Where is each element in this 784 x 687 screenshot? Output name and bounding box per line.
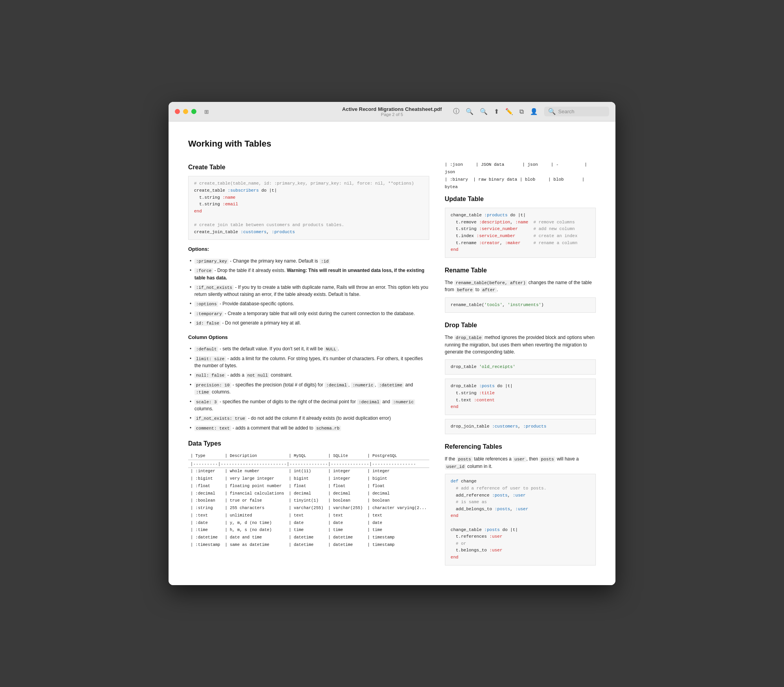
column-options-heading: Column Options: [188, 334, 429, 341]
table-row: | :text| unlimited| text| text| text: [188, 512, 429, 519]
drop-table-section: Drop Table The drop_table method ignores…: [445, 321, 596, 434]
table-row: | :float| floating point number| float| …: [188, 482, 429, 490]
search-bar[interactable]: 🔍: [544, 107, 609, 116]
list-item: :default - sets the default value. If yo…: [188, 344, 429, 354]
rename-table-desc: The rename_table(before, after) changes …: [445, 279, 596, 294]
right-column: | :json | JSON data | json | - | json | …: [445, 161, 596, 569]
list-item: if_not_exists: true - do not add the col…: [188, 413, 429, 423]
drop-table-heading: Drop Table: [445, 321, 596, 330]
drop-table-code1: drop_table 'old_receipts': [445, 359, 596, 375]
titlebar: ⊞ Active Record Migrations Cheatsheet.pd…: [169, 102, 615, 121]
referencing-section: Referencing Tables If the posts table re…: [445, 442, 596, 565]
maximize-button[interactable]: [191, 109, 196, 114]
referencing-code: def change # add a reference of user to …: [445, 474, 596, 565]
create-table-code: # create_table(table_name, id: :primary_…: [188, 176, 429, 240]
zoom-in-icon[interactable]: 🔍: [480, 108, 488, 115]
minimize-button[interactable]: [183, 109, 188, 114]
list-item: comment: text - adds a comment that will…: [188, 423, 429, 433]
rename-table-heading: Rename Table: [445, 266, 596, 275]
list-item: null: false - adds a not null constraint…: [188, 370, 429, 380]
table-row: | :datetime| date and time| datetime| da…: [188, 534, 429, 542]
referencing-desc: If the posts table references a user, th…: [445, 455, 596, 470]
update-table-code: change_table :products do |t| t.remove :…: [445, 208, 596, 258]
window: ⊞ Active Record Migrations Cheatsheet.pd…: [169, 102, 615, 585]
list-item: :force - Drop the table if it already ex…: [188, 266, 429, 283]
options-list: :primary_key - Change the primary key na…: [188, 256, 429, 328]
search-input[interactable]: [558, 109, 605, 114]
col-header-mysql: | MySQL: [287, 452, 326, 460]
list-item: :temporary - Create a temporary table th…: [188, 309, 429, 319]
list-item: :options - Provide database-specific opt…: [188, 299, 429, 309]
table-row: | :time| h, m, s (no date)| time| time| …: [188, 527, 429, 534]
document-title: Active Record Migrations Cheatsheet.pdf: [342, 106, 442, 112]
table-divider-row: |---------|------------------------|----…: [188, 460, 429, 468]
share-icon[interactable]: ⬆: [494, 108, 499, 115]
data-types-table: | Type | Description | MySQL | SQLite | …: [188, 452, 429, 549]
zoom-out-icon[interactable]: 🔍: [466, 108, 474, 115]
table-header-row: | Type | Description | MySQL | SQLite | …: [188, 452, 429, 460]
copy-icon[interactable]: ⧉: [519, 108, 524, 115]
account-icon[interactable]: 👤: [530, 108, 538, 115]
create-table-heading: Create Table: [188, 163, 429, 172]
info-icon[interactable]: ⓘ: [453, 107, 459, 116]
table-row: | :integer| whole number| int(11)| integ…: [188, 468, 429, 475]
col-header-pg: | PostgreSQL: [365, 452, 429, 460]
drop-table-code2: drop_table :posts do |t| t.string :title…: [445, 379, 596, 415]
sidebar-toggle[interactable]: ⊞: [203, 108, 211, 116]
close-button[interactable]: [175, 109, 180, 114]
referencing-heading: Referencing Tables: [445, 442, 596, 451]
document-content: Working with Tables Create Table # creat…: [169, 121, 615, 585]
table-row: | :boolean| true or false| tinyint(1)| b…: [188, 497, 429, 505]
table-row: | :timestamp| same as datetime| datetime…: [188, 541, 429, 549]
traffic-lights: [175, 109, 196, 114]
left-column: Create Table # create_table(table_name, …: [188, 161, 429, 569]
list-item: limit: size - adds a limit for the colum…: [188, 354, 429, 371]
json-binary-table: | :json | JSON data | json | - | json | …: [445, 161, 596, 190]
rename-table-code: rename_table('tools', 'instruments'): [445, 297, 596, 313]
data-types-section: Data Types | Type | Description | MySQL …: [188, 439, 429, 549]
main-heading: Working with Tables: [188, 137, 596, 150]
list-item: :if_not_exists - If you try to create a …: [188, 283, 429, 299]
list-item: precision: 10 - specifies the precision …: [188, 380, 429, 397]
column-options-list: :default - sets the default value. If yo…: [188, 344, 429, 433]
title-info: Active Record Migrations Cheatsheet.pdf …: [342, 106, 442, 117]
update-table-heading: Update Table: [445, 194, 596, 204]
toolbar-icons: ⓘ 🔍 🔍 ⬆ ✏️ ⧉ 👤 🔍: [453, 107, 609, 116]
list-item: id: false - Do not generate a primary ke…: [188, 318, 429, 328]
drop-table-code3: drop_join_table :customers, :products: [445, 419, 596, 435]
rename-table-section: Rename Table The rename_table(before, af…: [445, 266, 596, 313]
col-header-sqlite: | SQLite: [326, 452, 365, 460]
annotate-icon[interactable]: ✏️: [505, 108, 513, 115]
search-icon: 🔍: [548, 108, 556, 115]
col-header-type: | Type: [188, 452, 223, 460]
list-item: scale: 3 - specifies the number of digit…: [188, 397, 429, 414]
col-header-desc: | Description: [223, 452, 287, 460]
table-row: | :decimal| financial calculations| deci…: [188, 490, 429, 497]
table-row: | :date| y, m, d (no time)| date| date| …: [188, 519, 429, 527]
list-item: :primary_key - Change the primary key na…: [188, 256, 429, 266]
drop-table-desc: The drop_table method ignores the provid…: [445, 334, 596, 355]
page-indicator: Page 2 of 5: [381, 112, 403, 117]
table-row: | :string| 255 characters| varchar(255)|…: [188, 505, 429, 512]
options-heading: Options:: [188, 245, 429, 253]
table-row: | :bigint| very large integer| bigint| i…: [188, 475, 429, 483]
data-types-heading: Data Types: [188, 439, 429, 448]
